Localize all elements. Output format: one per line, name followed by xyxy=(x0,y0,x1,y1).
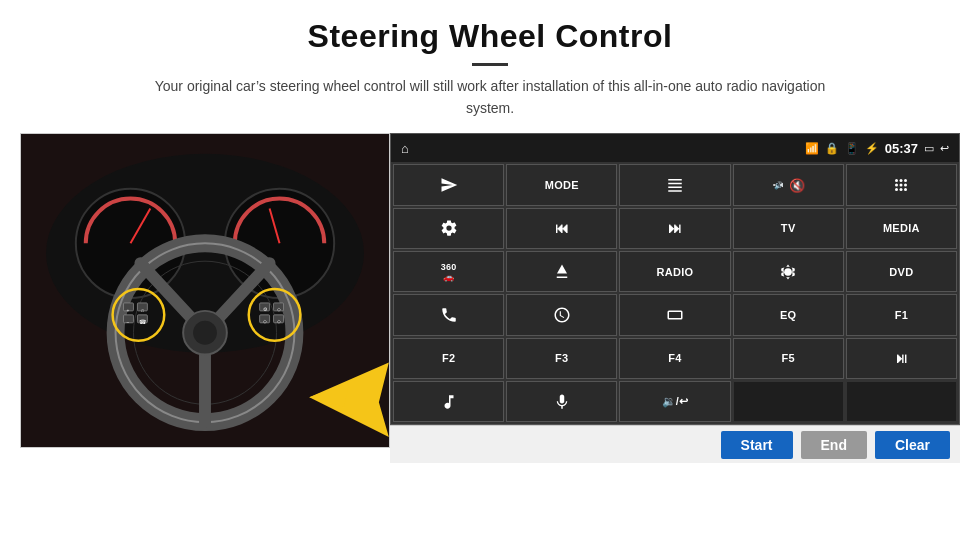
btn-play-pause[interactable]: ⏯ xyxy=(846,338,957,379)
btn-f5[interactable]: F5 xyxy=(733,338,844,379)
btn-360cam[interactable]: 360🚗 xyxy=(393,251,504,292)
title-section: Steering Wheel Control Your original car… xyxy=(20,18,960,133)
svg-point-39 xyxy=(900,184,903,187)
svg-point-37 xyxy=(904,179,907,182)
btn-eject[interactable] xyxy=(506,251,617,292)
svg-text:+: + xyxy=(127,308,130,313)
wifi-icon: 📶 xyxy=(805,142,819,155)
svg-text:♫: ♫ xyxy=(140,308,144,313)
btn-f2[interactable]: F2 xyxy=(393,338,504,379)
btn-mic[interactable] xyxy=(506,381,617,422)
svg-point-36 xyxy=(900,179,903,182)
page-subtitle: Your original car’s steering wheel contr… xyxy=(150,76,830,119)
svg-text:◇: ◇ xyxy=(277,307,281,312)
svg-point-35 xyxy=(895,179,898,182)
bt-icon: ⚡ xyxy=(865,142,879,155)
btn-screen-rect[interactable] xyxy=(619,294,730,335)
btn-music[interactable] xyxy=(393,381,504,422)
btn-empty-1 xyxy=(733,381,844,422)
home-icon[interactable]: ⌂ xyxy=(401,141,409,156)
svg-rect-44 xyxy=(668,311,682,319)
screen-icon: ▭ xyxy=(924,142,934,155)
end-button[interactable]: End xyxy=(801,431,867,459)
button-grid: MODE 🔊 🔇 xyxy=(391,162,959,424)
svg-text:−: − xyxy=(127,320,130,325)
btn-radio[interactable]: RADIO xyxy=(619,251,730,292)
svg-text:◇: ◇ xyxy=(263,319,267,324)
radio-ui-wrapper: ⌂ 📶 🔒 📱 ⚡ 05:37 ▭ ↩ xyxy=(390,133,960,463)
btn-mode[interactable]: MODE xyxy=(506,164,617,205)
steering-wheel-image: + ♫ − ☎ ⚙ ◇ ◇ ◇ xyxy=(20,133,390,448)
back-icon[interactable]: ↩ xyxy=(940,142,949,155)
content-area: + ♫ − ☎ ⚙ ◇ ◇ ◇ xyxy=(20,133,960,463)
svg-text:🔊: 🔊 xyxy=(774,181,784,190)
btn-phone[interactable] xyxy=(393,294,504,335)
status-time: 05:37 xyxy=(885,141,918,156)
btn-dvd[interactable]: DVD xyxy=(846,251,957,292)
svg-text:◇: ◇ xyxy=(277,319,281,324)
btn-media[interactable]: MEDIA xyxy=(846,208,957,249)
btn-list[interactable] xyxy=(619,164,730,205)
sd-icon: 📱 xyxy=(845,142,859,155)
svg-point-42 xyxy=(900,188,903,191)
start-button[interactable]: Start xyxy=(721,431,793,459)
page-title: Steering Wheel Control xyxy=(20,18,960,55)
btn-apps[interactable] xyxy=(846,164,957,205)
status-icons: 📶 🔒 📱 ⚡ 05:37 ▭ ↩ xyxy=(805,141,949,156)
svg-point-38 xyxy=(895,184,898,187)
btn-f1[interactable]: F1 xyxy=(846,294,957,335)
page-container: Steering Wheel Control Your original car… xyxy=(0,0,980,544)
clear-button[interactable]: Clear xyxy=(875,431,950,459)
btn-brightness[interactable] xyxy=(733,251,844,292)
svg-point-41 xyxy=(895,188,898,191)
bottom-buttons: Start End Clear xyxy=(390,425,960,463)
btn-f3[interactable]: F3 xyxy=(506,338,617,379)
btn-mute[interactable]: 🔊 🔇 xyxy=(733,164,844,205)
btn-tv[interactable]: TV xyxy=(733,208,844,249)
svg-point-43 xyxy=(904,188,907,191)
btn-next[interactable]: ⏭ xyxy=(619,208,730,249)
btn-send[interactable] xyxy=(393,164,504,205)
svg-point-13 xyxy=(193,321,217,345)
btn-settings[interactable] xyxy=(393,208,504,249)
btn-prev[interactable]: ⏮ xyxy=(506,208,617,249)
radio-ui: ⌂ 📶 🔒 📱 ⚡ 05:37 ▭ ↩ xyxy=(390,133,960,425)
svg-text:☎: ☎ xyxy=(139,319,147,325)
title-divider xyxy=(472,63,508,66)
btn-f4[interactable]: F4 xyxy=(619,338,730,379)
status-bar: ⌂ 📶 🔒 📱 ⚡ 05:37 ▭ ↩ xyxy=(391,134,959,162)
lock-icon: 🔒 xyxy=(825,142,839,155)
btn-swirl[interactable] xyxy=(506,294,617,335)
btn-vol-call[interactable]: 🔉/↩ xyxy=(619,381,730,422)
svg-point-40 xyxy=(904,184,907,187)
btn-eq[interactable]: EQ xyxy=(733,294,844,335)
btn-empty-2 xyxy=(846,381,957,422)
